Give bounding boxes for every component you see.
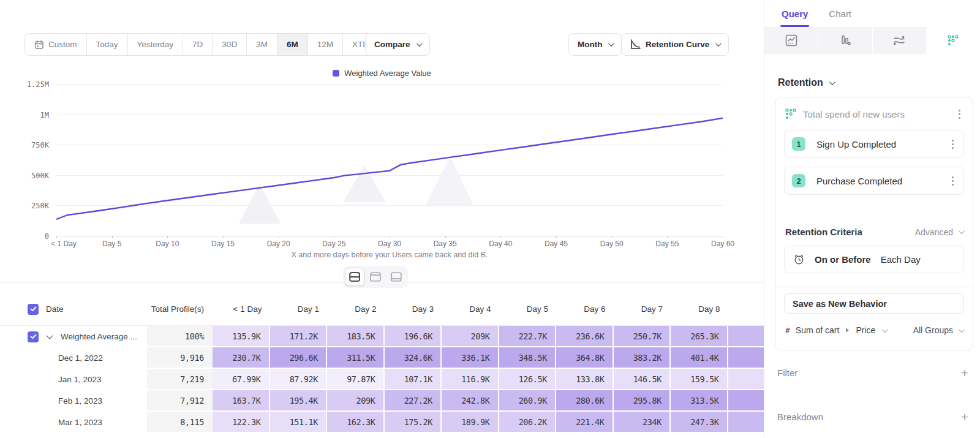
retention-value-cell[interactable]: 280.6K — [556, 390, 614, 412]
measure-label: Sum of cart — [796, 325, 840, 335]
range-3m[interactable]: 3M — [247, 34, 277, 55]
behavior-card: Total spend of new users 1 Sign Up Compl… — [775, 97, 973, 350]
retention-value-cell[interactable]: 383.2K — [614, 347, 671, 369]
retention-value-cell[interactable]: 206.2K — [499, 412, 557, 433]
x-tick-mark — [612, 236, 612, 238]
retention-icon[interactable] — [927, 27, 980, 54]
retention-value-cell[interactable]: 401.4K — [671, 347, 728, 369]
retention-value-cell[interactable]: 97.87K — [327, 369, 385, 390]
retention-value-cell[interactable]: 227.2K — [385, 390, 442, 412]
retention-value-cell[interactable]: 265.3K — [671, 326, 728, 347]
select-all-checkbox[interactable] — [28, 304, 39, 315]
range-6m[interactable]: 6M — [277, 34, 308, 55]
chevron-down-icon — [715, 40, 722, 47]
table-row[interactable]: Mar 1, 20238,115122.3K151.1K162.3K175.2K… — [0, 412, 764, 433]
row-checkbox[interactable] — [28, 331, 39, 342]
retention-value-cell[interactable]: 221.4K — [556, 412, 614, 433]
chart-type-dropdown[interactable]: Retention Curve — [621, 33, 729, 56]
retention-value-cell[interactable]: 209K — [442, 326, 499, 347]
kebab-menu-icon[interactable] — [955, 107, 964, 121]
all-groups-dropdown[interactable]: All Groups — [913, 325, 963, 335]
retention-value-cell[interactable]: 151.1K — [270, 412, 328, 433]
retention-value-cell[interactable]: 209K — [327, 390, 385, 412]
range-today[interactable]: Today — [87, 34, 128, 55]
retention-value-cell[interactable]: 122.3K — [213, 412, 270, 433]
retention-value-cell[interactable]: 163.7K — [213, 390, 270, 412]
add-breakdown-button[interactable]: + — [961, 410, 968, 423]
retention-value-cell[interactable]: 250.7K — [614, 326, 671, 347]
retention-value-cell[interactable]: 175.2K — [385, 412, 442, 433]
add-filter-button[interactable]: + — [961, 366, 968, 379]
retention-value-cell[interactable]: 336.1K — [442, 347, 499, 369]
retention-value-cell[interactable]: 126.5K — [499, 369, 557, 390]
retention-value-cell[interactable]: 234K — [614, 412, 671, 433]
retention-value-cell[interactable]: 107.1K — [385, 369, 442, 390]
retention-value-cell[interactable]: 324.6K — [385, 347, 442, 369]
behavior-step-1[interactable]: 1 Sign Up Completed — [784, 130, 964, 158]
table-row[interactable]: Feb 1, 20237,912163.7K195.4K209K227.2K24… — [0, 390, 764, 412]
retention-value-cell[interactable]: 236.6K — [556, 326, 614, 347]
retention-value-cell[interactable]: 195.4K — [270, 390, 328, 412]
day-column-header: Day 5 — [499, 304, 557, 314]
table-top-view-button[interactable] — [366, 268, 385, 286]
retention-section-header[interactable]: Retention — [778, 77, 980, 88]
retention-value-cell[interactable]: 313.5K — [671, 390, 728, 412]
retention-value-cell[interactable]: 311.5K — [327, 347, 385, 369]
behavior-step-2[interactable]: 2 Purchase Completed — [784, 167, 964, 195]
retention-condition[interactable]: On or Before Each Day — [784, 246, 964, 273]
range-30d[interactable]: 30D — [213, 34, 247, 55]
retention-value-cell[interactable]: 171.2K — [270, 326, 328, 347]
tab-query[interactable]: Query — [782, 0, 808, 27]
clipped-day9-cell — [728, 326, 764, 347]
retention-value-cell[interactable]: 364.8K — [556, 347, 614, 369]
table-row[interactable]: Dec 1, 20229,916230.7K296.6K311.5K324.6K… — [0, 347, 764, 369]
tab-chart[interactable]: Chart — [829, 0, 851, 27]
retention-value-cell[interactable]: 133.8K — [556, 369, 614, 390]
kebab-menu-icon[interactable] — [948, 137, 957, 151]
table-row[interactable]: Weighted Average ...100%135.9K171.2K183.… — [0, 326, 764, 347]
retention-value-cell[interactable]: 242.8K — [442, 390, 499, 412]
retention-value-cell[interactable]: 247.3K — [671, 412, 728, 433]
save-button-label: Save as New Behavior — [793, 299, 887, 309]
clipped-day9-cell — [728, 390, 764, 412]
retention-value-cell[interactable]: 87.92K — [270, 369, 328, 390]
retention-value-cell[interactable]: 222.7K — [499, 326, 557, 347]
retention-value-cell[interactable]: 230.7K — [213, 347, 270, 369]
alarm-clock-icon — [793, 254, 805, 265]
range-12m[interactable]: 12M — [308, 34, 343, 55]
retention-value-cell[interactable]: 116.9K — [442, 369, 499, 390]
retention-line-chart[interactable]: 1.25M1M750K500K250K0< 1 DayDay 5Day 10Da… — [0, 84, 764, 268]
kebab-menu-icon[interactable] — [948, 174, 957, 188]
retention-value-cell[interactable]: 159.5K — [671, 369, 728, 390]
expand-chevron-icon[interactable] — [46, 332, 53, 339]
table-bottom-view-button[interactable] — [386, 268, 406, 286]
save-as-new-behavior-button[interactable]: Save as New Behavior — [784, 293, 964, 314]
funnels-icon[interactable] — [818, 27, 872, 54]
split-view-button[interactable] — [345, 268, 364, 286]
retention-value-cell[interactable]: 296.6K — [270, 347, 328, 369]
retention-value-cell[interactable]: 295.8K — [614, 390, 671, 412]
measure-property-dropdown[interactable]: # Sum of cart Price — [785, 325, 913, 335]
retention-value-cell[interactable]: 146.5K — [614, 369, 671, 390]
insights-icon[interactable] — [764, 27, 818, 54]
flows-icon[interactable] — [873, 27, 927, 54]
retention-value-cell[interactable]: 135.9K — [213, 326, 270, 347]
retention-value-cell[interactable]: 67.99K — [213, 369, 270, 390]
measure-property: Price — [856, 325, 875, 335]
advanced-dropdown[interactable]: Advanced — [915, 227, 963, 237]
retention-value-cell[interactable]: 183.5K — [327, 326, 385, 347]
retention-value-cell[interactable]: 196.6K — [385, 326, 442, 347]
retention-value-cell[interactable]: 348.5K — [499, 347, 557, 369]
retention-value-cell[interactable]: 189.9K — [442, 412, 499, 433]
range-yesterday[interactable]: Yesterday — [128, 34, 184, 55]
range-7d[interactable]: 7D — [183, 34, 213, 55]
table-row[interactable]: Jan 1, 20237,21967.99K87.92K97.87K107.1K… — [0, 369, 764, 390]
retention-value-cell[interactable]: 162.3K — [327, 412, 385, 433]
behavior-header: Total spend of new users — [775, 97, 973, 121]
card-divider — [775, 287, 973, 287]
compare-button[interactable]: Compare — [365, 33, 430, 56]
granularity-dropdown[interactable]: Month — [568, 33, 622, 56]
range-custom[interactable]: Custom — [25, 34, 87, 55]
retention-value-cell[interactable]: 260.9K — [499, 390, 557, 412]
chevron-down-icon — [608, 40, 614, 47]
